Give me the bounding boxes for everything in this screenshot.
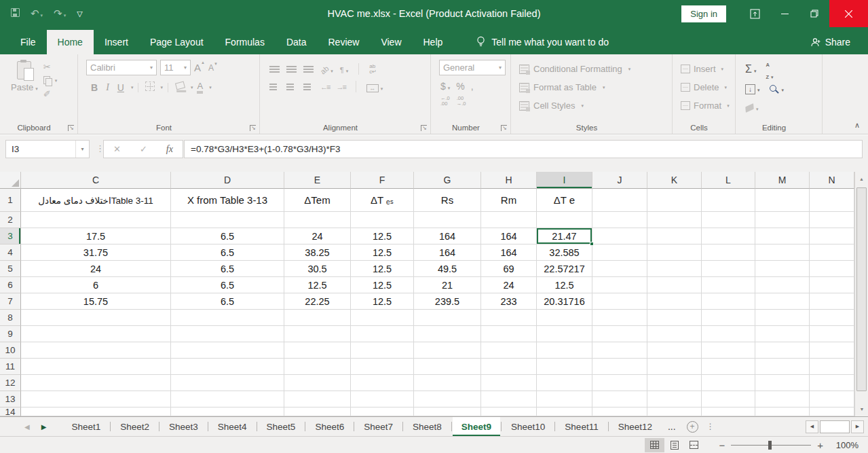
tell-me-box[interactable]: Tell me what you want to do: [476, 36, 609, 54]
scroll-up-icon[interactable]: ▲: [855, 172, 868, 186]
cell-H4[interactable]: 164: [481, 244, 537, 261]
cell-E1[interactable]: ΔTem: [284, 189, 351, 212]
page-layout-view-button[interactable]: [664, 438, 684, 452]
cell-N9[interactable]: [810, 326, 854, 342]
cell-C2[interactable]: [21, 212, 171, 228]
cell-L11[interactable]: [702, 359, 755, 375]
cell-D9[interactable]: [171, 326, 284, 342]
sheet-tab-sheet3[interactable]: Sheet3: [160, 417, 207, 436]
row-header-3[interactable]: 3: [0, 228, 21, 244]
cell-D1[interactable]: X from Table 3-13: [171, 189, 284, 212]
cell-D2[interactable]: [171, 212, 284, 228]
cell-J4[interactable]: [592, 244, 647, 261]
cell-G8[interactable]: [414, 310, 481, 326]
comma-format-button[interactable]: ,: [471, 81, 474, 92]
cell-C13[interactable]: [21, 391, 171, 407]
cell-K6[interactable]: [647, 277, 702, 293]
cell-H6[interactable]: 24: [481, 277, 537, 293]
cell-I6[interactable]: 12.5: [537, 277, 592, 293]
cell-D11[interactable]: [171, 359, 284, 375]
cell-C6[interactable]: 6: [21, 277, 171, 293]
cell-F12[interactable]: [351, 375, 414, 391]
cell-E3[interactable]: 24: [284, 228, 351, 244]
format-as-table-button[interactable]: Format as Table▾: [514, 77, 669, 95]
scroll-left-icon[interactable]: ◀: [806, 420, 818, 433]
cell-F10[interactable]: [351, 342, 414, 359]
sheet-nav-left-icon[interactable]: ◀: [24, 423, 30, 431]
restore-window-icon[interactable]: [799, 0, 829, 27]
align-right-button[interactable]: [303, 83, 314, 91]
select-all-corner[interactable]: [0, 172, 21, 189]
cell-C4[interactable]: 31.75: [21, 244, 171, 261]
cell-M1[interactable]: [755, 189, 810, 212]
cell-J10[interactable]: [592, 342, 647, 359]
column-header-E[interactable]: E: [284, 172, 351, 189]
ribbon-tab-home[interactable]: Home: [47, 30, 94, 54]
ribbon-tab-formulas[interactable]: Formulas: [214, 30, 276, 54]
cell-L10[interactable]: [702, 342, 755, 359]
decrease-font-size-button[interactable]: A▼: [208, 63, 218, 73]
text-direction-button[interactable]: ¶▾: [340, 63, 348, 75]
cell-H11[interactable]: [481, 359, 537, 375]
row-header-9[interactable]: 9: [0, 326, 21, 342]
cell-J9[interactable]: [592, 326, 647, 342]
cell-G4[interactable]: 164: [414, 244, 481, 261]
ribbon-tab-help[interactable]: Help: [413, 30, 454, 54]
cell-H13[interactable]: [481, 391, 537, 407]
cell-J2[interactable]: [592, 212, 647, 228]
close-icon[interactable]: [829, 0, 868, 27]
align-left-button[interactable]: [269, 83, 280, 91]
insert-cells-button[interactable]: Insert▾: [675, 58, 732, 77]
ribbon-tab-review[interactable]: Review: [318, 30, 371, 54]
customize-quick-access-icon[interactable]: ▽: [77, 10, 82, 18]
cell-N10[interactable]: [810, 342, 854, 359]
cell-E7[interactable]: 22.25: [284, 293, 351, 310]
cell-L14[interactable]: [702, 407, 755, 416]
cell-G14[interactable]: [414, 407, 481, 416]
borders-button[interactable]: [143, 81, 157, 94]
autosum-button[interactable]: Σ▾: [745, 63, 756, 75]
sheet-nav-right-icon[interactable]: ▶: [41, 423, 47, 431]
cell-styles-button[interactable]: Cell Styles▾: [514, 95, 669, 113]
cell-F13[interactable]: [351, 391, 414, 407]
cell-D10[interactable]: [171, 342, 284, 359]
enter-icon[interactable]: ✓: [140, 144, 147, 154]
cell-I9[interactable]: [537, 326, 592, 342]
paste-button[interactable]: Paste▾: [3, 58, 43, 98]
font-size-select[interactable]: 11▾: [160, 60, 191, 75]
cell-I7[interactable]: 20.31716: [537, 293, 592, 310]
row-header-14[interactable]: 14: [0, 407, 21, 416]
horizontal-scrollbar[interactable]: ◀ ▶: [806, 417, 864, 436]
cell-E6[interactable]: 12.5: [284, 277, 351, 293]
cell-D5[interactable]: 6.5: [171, 261, 284, 277]
cell-M4[interactable]: [755, 244, 810, 261]
increase-font-size-button[interactable]: A▲: [194, 62, 205, 73]
cell-N3[interactable]: [810, 228, 854, 244]
cell-J8[interactable]: [592, 310, 647, 326]
cell-E12[interactable]: [284, 375, 351, 391]
column-header-C[interactable]: C: [21, 172, 171, 189]
cell-M3[interactable]: [755, 228, 810, 244]
cell-E8[interactable]: [284, 310, 351, 326]
copy-button[interactable]: ▾: [43, 76, 58, 85]
cell-D12[interactable]: [171, 375, 284, 391]
row-header-4[interactable]: 4: [0, 244, 21, 261]
cell-N11[interactable]: [810, 359, 854, 375]
cell-J3[interactable]: [592, 228, 647, 244]
collapse-ribbon-icon[interactable]: ∧: [854, 121, 860, 130]
ribbon-tab-view[interactable]: View: [370, 30, 412, 54]
cell-D13[interactable]: [171, 391, 284, 407]
sheet-tab-sheet1[interactable]: Sheet1: [62, 417, 109, 436]
cell-M11[interactable]: [755, 359, 810, 375]
vertical-scrollbar-thumb[interactable]: [856, 187, 867, 391]
column-header-J[interactable]: J: [592, 172, 647, 189]
add-sheet-icon[interactable]: +: [687, 421, 698, 433]
cell-C3[interactable]: 17.5: [21, 228, 171, 244]
cell-K3[interactable]: [647, 228, 702, 244]
cell-C7[interactable]: 15.75: [21, 293, 171, 310]
cell-L1[interactable]: [702, 189, 755, 212]
cell-F2[interactable]: [351, 212, 414, 228]
cell-M6[interactable]: [755, 277, 810, 293]
save-icon[interactable]: [11, 7, 20, 20]
cell-G3[interactable]: 164: [414, 228, 481, 244]
